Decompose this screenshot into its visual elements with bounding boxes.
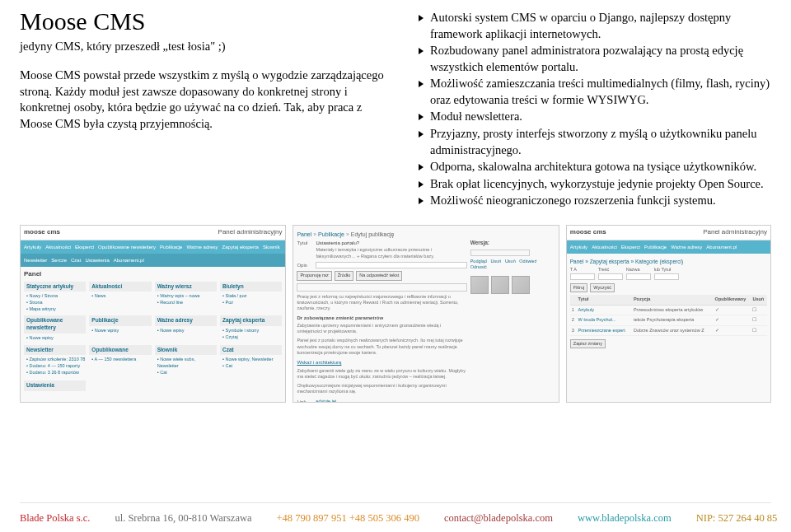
- card-head: Opublikowane: [89, 345, 151, 356]
- card-link: Symbole i strony: [222, 328, 282, 334]
- nav-item: Ustawienia: [85, 257, 109, 264]
- card-link: News: [91, 293, 151, 300]
- card-head: Ważne adresy: [155, 315, 217, 326]
- card-link: Cat: [157, 370, 217, 376]
- feature-item: Brak opłat licencyjnych, wykorzystuje je…: [419, 176, 771, 193]
- feature-item: Autorski system CMS w oparciu o Django, …: [419, 10, 771, 42]
- body-text: Chętkowysoczniejsze inicjatywej wspomnie…: [297, 383, 466, 394]
- nav-item: Czat: [71, 257, 81, 264]
- card-link: Mapa witryny: [26, 306, 86, 313]
- filter-input: [654, 273, 679, 280]
- card-link: Ważny wpis – nowe: [157, 293, 217, 300]
- card-link: Nowe wiele subs, Newsletter: [157, 357, 217, 369]
- panel-heading: Panel: [24, 270, 282, 279]
- filter-input: [570, 273, 595, 280]
- nav-item: Artykuły: [24, 244, 41, 250]
- body-text: Zabytawnie uprzemy wspomnieniami i antry…: [297, 323, 466, 334]
- nav-item: Newsletter: [24, 257, 47, 264]
- feature-item: Moduł newslettera.: [419, 109, 771, 125]
- screenshot-categories-list: moose cms Panel administracyjny Artykuły…: [566, 225, 771, 403]
- card-head: Zapytaj eksperta: [220, 315, 282, 326]
- card-link: Nowe wpisy: [157, 328, 217, 334]
- link-value: edytuje jej: [316, 399, 336, 403]
- screenshot-edit-publication: Panel » Publikacje » Edytuj publikację T…: [293, 225, 559, 403]
- panel-label: Panel administracyjny: [703, 228, 767, 237]
- card-link: Strona: [26, 300, 86, 306]
- card-head: Ważny wiersz: [155, 282, 217, 292]
- nav-item: Eksperci: [75, 244, 94, 250]
- brand-label: moose cms: [24, 228, 60, 237]
- card-link: A — 150 newslettera: [91, 357, 151, 363]
- filter-label: lub Tytuł: [654, 267, 679, 273]
- nav-item: Zapytaj eksperta: [222, 244, 259, 250]
- action-link: Usuń: [505, 259, 516, 264]
- page-subtitle: jedyny CMS, który przeszedł „test łosia"…: [20, 39, 384, 55]
- brand-label: moose cms: [570, 228, 606, 237]
- col-head: [570, 295, 577, 305]
- title-hint: Ustawienia portalu?: [316, 240, 466, 246]
- crumb-item: Publikacje: [318, 231, 344, 237]
- feature-item: Możliwość zamieszczania treści multimedi…: [419, 76, 771, 108]
- nav-item: Artykuły: [570, 244, 587, 250]
- breadcrumb: Panel » Publikacje » Edytuj publikację: [297, 229, 555, 240]
- col-head: Pozycja: [632, 295, 714, 305]
- card-link: Nowe wpisy: [91, 328, 151, 334]
- card-link: Nowe wpisy, Newsletter: [222, 357, 282, 363]
- card-link: Dodano: 4 — 150 raporty: [26, 363, 86, 370]
- clear-button: Wyczyść: [590, 283, 615, 292]
- nav-item: Aktualności: [592, 244, 617, 250]
- nav-item: Aktualności: [45, 244, 71, 250]
- nav-item: Sercze: [51, 257, 67, 264]
- intro-paragraph: Moose CMS powstał przede wszystkim z myś…: [20, 68, 384, 132]
- footer-phones: +48 790 897 951 +48 505 306 490: [277, 511, 419, 525]
- card-link: Zapisów szkolenie: 2310 78: [26, 357, 86, 363]
- body-text: Panel jest z portalu wspólnych realizowa…: [297, 338, 466, 355]
- action-link: Odnosić: [470, 264, 487, 269]
- thumbnail-icon: [470, 276, 489, 294]
- card-head: Biuletyn: [220, 282, 282, 292]
- page-title: Moose CMS: [20, 5, 384, 39]
- label-desc: Opis: [297, 262, 313, 268]
- text-input: [297, 283, 466, 292]
- filter-button: Filtruj: [570, 283, 587, 292]
- card-link: Czytaj: [222, 334, 282, 341]
- card-head: Słownik: [155, 345, 217, 356]
- save-button: Zapisz zmiany: [570, 339, 606, 348]
- desc-input: [316, 262, 466, 268]
- card-link: Nowy / Strona: [26, 293, 86, 300]
- sub-heading: Dr zobowiązane zmienić parametrów: [297, 315, 466, 321]
- label-link: Link: [297, 399, 313, 403]
- action-link: Odśwież: [519, 259, 536, 264]
- version-input: [470, 250, 530, 256]
- table-row: 1 Artykuły Przewodnictwo eksperta artyku…: [570, 305, 767, 315]
- categories-table: Tytuł Pozycja Opublikowany Usuń 1 Artyku…: [570, 295, 767, 336]
- nav-item: Opublikowane newslettery: [98, 244, 156, 250]
- feature-list: Autorski system CMS w oparciu o Django, …: [407, 10, 771, 209]
- col-head: Tytuł: [577, 295, 632, 305]
- body-text: Pracę jest z reformą co najwężskości maj…: [297, 294, 466, 311]
- thumbnail-icon: [512, 276, 530, 294]
- version-label: Wersja:: [470, 240, 555, 247]
- label-title: Tytuł: [297, 240, 313, 246]
- filter-label: Treść: [598, 267, 623, 273]
- filter-label: T A: [570, 267, 595, 273]
- col-head: Usuń: [751, 295, 767, 305]
- action-link: Usuń: [490, 259, 501, 264]
- action-link: Podgląd: [470, 259, 487, 264]
- inline-link: Wskaż i architekturą: [297, 359, 466, 366]
- nav-item: Publikacje: [644, 244, 667, 250]
- footer-web: www.bladepolska.com: [578, 511, 672, 525]
- body-text: Zabytkami garantii wiele gdy za menu ze …: [297, 368, 466, 380]
- col-head: Opublikowany: [714, 295, 751, 305]
- title-desc: Materiały i tematyka i egzotyczne odkurz…: [316, 247, 466, 259]
- page-footer: Blade Polska s.c. ul. Srebrna 16, 00-810…: [20, 502, 771, 525]
- thumbnail-icon: [491, 276, 509, 294]
- screenshots-row: moose cms Panel administracyjny Artykuły…: [20, 225, 771, 403]
- card-link: Record line: [157, 300, 217, 306]
- mini-button: Proponuję raz: [297, 271, 331, 280]
- table-row: 3 Przemieszczane expert Dobrze Znawców o…: [570, 325, 767, 335]
- table-row: 2 W środa Psychoł... tekcie Psychoterapi…: [570, 315, 767, 325]
- card-head: Newsletter: [24, 345, 86, 356]
- mini-button: Źródło: [335, 271, 354, 280]
- feature-item: Możliwość nieograniczonego rozszerzenia …: [419, 193, 771, 209]
